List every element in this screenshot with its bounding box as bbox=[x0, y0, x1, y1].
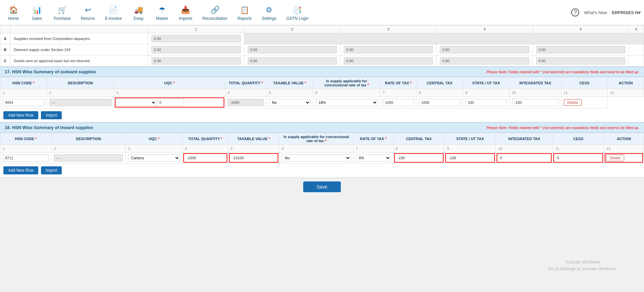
section17-hsn-cell[interactable] bbox=[0, 97, 47, 109]
row-C-input-col3[interactable] bbox=[344, 57, 433, 65]
returns-icon: ↩ bbox=[82, 4, 94, 16]
nav-home[interactable]: 🏠 Home bbox=[3, 3, 24, 22]
section18-taxval-cell[interactable] bbox=[228, 153, 279, 164]
section17-action-cell[interactable]: Delete bbox=[561, 97, 608, 109]
section18-rate-select[interactable]: 6% 18% 12% 28% bbox=[356, 154, 391, 162]
section17-integrated-cell[interactable] bbox=[463, 97, 510, 109]
section17-action-row: Add New Row Import bbox=[0, 109, 644, 122]
section17-qty-input[interactable] bbox=[157, 99, 184, 106]
row-C-col5[interactable] bbox=[533, 55, 629, 67]
nav-sales[interactable]: 📊 Sales bbox=[27, 3, 47, 22]
section17-central-cell[interactable] bbox=[380, 97, 416, 109]
nav-eway[interactable]: 🚚 Eway bbox=[129, 3, 149, 22]
section18-th-central: CENTRAL TAX bbox=[393, 133, 445, 145]
section18-import-button[interactable]: Import bbox=[41, 166, 62, 174]
nav-gstn[interactable]: 📑 GSTN Login bbox=[283, 3, 312, 22]
section17-hsn-input[interactable] bbox=[3, 99, 44, 106]
section17-desc-cell[interactable] bbox=[47, 97, 114, 109]
section18-concess-select[interactable]: No Yes bbox=[282, 154, 351, 162]
row-B-input-col1[interactable] bbox=[151, 46, 240, 53]
section18-th-uqc: UQC * bbox=[126, 133, 183, 145]
row-B-col5[interactable] bbox=[533, 44, 629, 55]
row-C-col3[interactable] bbox=[340, 55, 436, 67]
nav-returns[interactable]: ↩ Returns bbox=[78, 3, 98, 22]
section18-uqc-cell[interactable]: -- Select -- Cartons Nos Kgs bbox=[126, 153, 183, 164]
section17-taxval-cell[interactable] bbox=[225, 97, 266, 109]
section17-th-uqc: UQC * bbox=[114, 77, 225, 89]
section18-central-cell[interactable] bbox=[393, 153, 445, 164]
section17-rate-select[interactable]: 18% 6% 12% 28% bbox=[316, 99, 378, 106]
help-icon[interactable]: ? bbox=[571, 8, 579, 16]
section18-integrated-input[interactable] bbox=[498, 155, 551, 161]
section17-central-input[interactable] bbox=[383, 99, 414, 106]
section17-uqc-select[interactable]: Cartons Nos Kgs bbox=[116, 99, 156, 106]
nav-reports[interactable]: 📋 Reports bbox=[234, 3, 255, 22]
section18-uqc-select[interactable]: -- Select -- Cartons Nos Kgs bbox=[128, 154, 180, 162]
section18-hsn-input[interactable] bbox=[3, 154, 49, 162]
home-icon: 🏠 bbox=[7, 4, 19, 16]
section18-qty-input[interactable] bbox=[185, 155, 226, 161]
row-A-col1[interactable] bbox=[148, 33, 244, 44]
row-B-col2[interactable] bbox=[244, 44, 340, 55]
section17-concess-select[interactable]: No Yes bbox=[269, 99, 311, 106]
row-C-input-col2[interactable] bbox=[248, 57, 337, 65]
row-B-input-col2[interactable] bbox=[248, 46, 337, 53]
section18-state-cell[interactable] bbox=[445, 153, 496, 164]
section17-concess-cell[interactable]: No Yes bbox=[266, 97, 313, 109]
nav-reconciliation-label: Reconciliation bbox=[202, 16, 228, 21]
row-C-input-col1[interactable] bbox=[151, 57, 240, 65]
section18-concess-cell[interactable]: No Yes bbox=[279, 153, 354, 164]
nav-imports[interactable]: 📥 Imports bbox=[176, 3, 196, 22]
row-B-input-col5[interactable] bbox=[536, 46, 625, 53]
row-B-input-col3[interactable] bbox=[344, 46, 433, 53]
section17-state-cell[interactable] bbox=[416, 97, 463, 109]
section18-cess-input[interactable] bbox=[555, 155, 602, 161]
section18-rate-cell[interactable]: 6% 18% 12% 28% bbox=[353, 153, 393, 164]
section18-state-input[interactable] bbox=[447, 155, 494, 161]
section18-integrated-cell[interactable] bbox=[496, 153, 553, 164]
section17-integrated-input[interactable] bbox=[465, 99, 507, 106]
nav-settings-label: Settings bbox=[262, 16, 276, 21]
enterprise-label[interactable]: ERPRISES N▾ bbox=[612, 10, 641, 15]
section18-desc-cell[interactable] bbox=[51, 153, 126, 164]
section18-data-row-1: -- Select -- Cartons Nos Kgs bbox=[0, 153, 644, 164]
nav-master[interactable]: ☂ Master bbox=[152, 3, 172, 22]
section17-cess-cell[interactable] bbox=[509, 97, 561, 109]
row-B-col4[interactable] bbox=[436, 44, 533, 55]
nav-purchase[interactable]: 🛒 Purchase bbox=[50, 3, 74, 22]
sales-icon: 📊 bbox=[31, 4, 43, 16]
row-B-col3[interactable] bbox=[340, 44, 436, 55]
section18-hsn-cell[interactable] bbox=[0, 153, 52, 164]
save-button[interactable]: Save bbox=[303, 181, 341, 192]
section17-desc-input[interactable] bbox=[49, 99, 111, 106]
row-C-col4[interactable] bbox=[436, 55, 533, 67]
section18-central-input[interactable] bbox=[396, 155, 443, 161]
nav-einvoice[interactable]: 📄 E-Invoice bbox=[102, 3, 125, 22]
row-B-col1[interactable] bbox=[148, 44, 244, 55]
whats-new-label[interactable]: What's New bbox=[584, 10, 607, 15]
section17-rate-cell[interactable]: 18% 6% 12% 28% bbox=[313, 97, 380, 109]
section18-taxval-input[interactable] bbox=[230, 155, 277, 161]
row-C-input-col4[interactable] bbox=[440, 57, 529, 65]
row-C-col2[interactable] bbox=[244, 55, 340, 67]
nav-reconciliation[interactable]: 🔗 Reconciliation bbox=[199, 3, 231, 22]
section18-desc-input[interactable] bbox=[54, 154, 123, 162]
section18-delete-button[interactable]: Delete bbox=[606, 155, 624, 161]
section17-import-button[interactable]: Import bbox=[41, 111, 62, 119]
section17-add-row-button[interactable]: Add New Row bbox=[3, 111, 38, 119]
nav-settings[interactable]: ⚙ Settings bbox=[259, 3, 280, 22]
section17-delete-button[interactable]: Delete bbox=[564, 99, 582, 106]
section17-cess-input[interactable] bbox=[512, 99, 559, 106]
row-C-input-col5[interactable] bbox=[536, 57, 625, 65]
nav-eway-label: Eway bbox=[134, 16, 143, 21]
section18-add-row-button[interactable]: Add New Row bbox=[3, 166, 38, 174]
row-C-col1[interactable] bbox=[148, 55, 244, 67]
section17-state-input[interactable] bbox=[419, 99, 460, 106]
section18-cess-cell[interactable] bbox=[553, 153, 604, 164]
section18-action-cell[interactable]: Delete bbox=[604, 153, 644, 164]
row-A-input-col1[interactable] bbox=[151, 35, 240, 42]
section18-qty-cell[interactable] bbox=[182, 153, 228, 164]
row-B-input-col4[interactable] bbox=[440, 46, 529, 53]
section17-uqc-cell[interactable]: Cartons Nos Kgs bbox=[114, 97, 225, 109]
section17-taxval-input[interactable] bbox=[228, 99, 264, 106]
